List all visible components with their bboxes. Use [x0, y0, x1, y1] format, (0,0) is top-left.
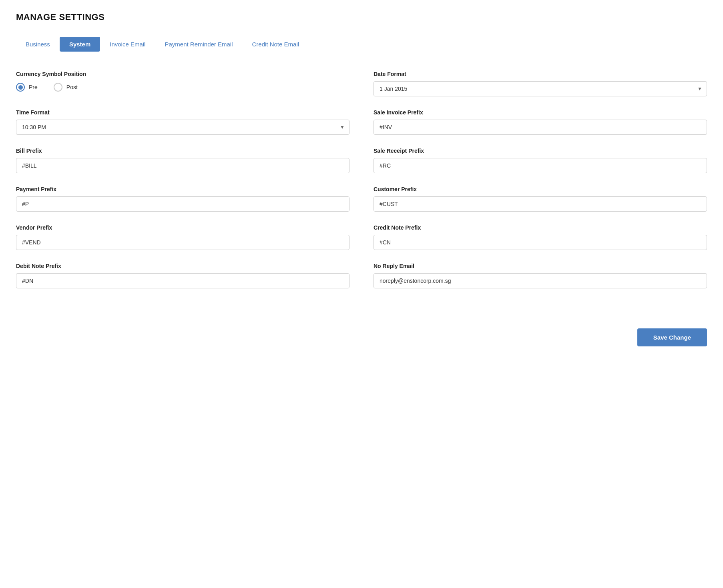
- currency-symbol-position-label: Currency Symbol Position: [16, 71, 349, 77]
- customer-prefix-label: Customer Prefix: [374, 186, 707, 192]
- no-reply-email-input[interactable]: [374, 273, 707, 288]
- page-title: MANAGE SETTINGS: [16, 12, 707, 22]
- vendor-prefix-label: Vendor Prefix: [16, 224, 349, 231]
- radio-pre[interactable]: Pre: [16, 83, 38, 92]
- time-format-select-wrapper: 10:30 PM 22:30 ▼: [16, 120, 349, 135]
- credit-note-prefix-input[interactable]: [374, 235, 707, 250]
- payment-prefix-label: Payment Prefix: [16, 186, 349, 192]
- payment-prefix-input[interactable]: [16, 196, 349, 212]
- vendor-prefix-group: Vendor Prefix: [16, 224, 349, 250]
- radio-pre-label: Pre: [29, 84, 38, 90]
- sale-invoice-prefix-label: Sale Invoice Prefix: [374, 109, 707, 116]
- sale-receipt-prefix-label: Sale Receipt Prefix: [374, 148, 707, 154]
- sale-receipt-prefix-input[interactable]: [374, 158, 707, 173]
- debit-note-prefix-group: Debit Note Prefix: [16, 263, 349, 288]
- sale-invoice-prefix-input[interactable]: [374, 120, 707, 135]
- date-format-select-wrapper: 1 Jan 2015 01/01/2015 2015-01-01 ▼: [374, 81, 707, 96]
- bill-prefix-input[interactable]: [16, 158, 349, 173]
- currency-radio-group: Pre Post: [16, 83, 349, 92]
- date-format-group: Date Format 1 Jan 2015 01/01/2015 2015-0…: [374, 71, 707, 96]
- sale-invoice-prefix-group: Sale Invoice Prefix: [374, 109, 707, 135]
- customer-prefix-input[interactable]: [374, 196, 707, 212]
- footer-bar: Save Change: [16, 320, 707, 346]
- radio-pre-indicator: [16, 83, 25, 92]
- tabs-nav: Business System Invoice Email Payment Re…: [16, 37, 707, 52]
- debit-note-prefix-input[interactable]: [16, 273, 349, 288]
- settings-form: Currency Symbol Position Pre Post Date F…: [16, 71, 707, 288]
- date-format-label: Date Format: [374, 71, 707, 77]
- tab-system[interactable]: System: [60, 37, 100, 52]
- tab-payment-reminder-email[interactable]: Payment Reminder Email: [155, 37, 242, 52]
- debit-note-prefix-label: Debit Note Prefix: [16, 263, 349, 269]
- bill-prefix-label: Bill Prefix: [16, 148, 349, 154]
- time-format-label: Time Format: [16, 109, 349, 116]
- save-change-button[interactable]: Save Change: [637, 328, 707, 346]
- tab-business[interactable]: Business: [16, 37, 60, 52]
- date-format-select[interactable]: 1 Jan 2015 01/01/2015 2015-01-01: [374, 81, 707, 96]
- no-reply-email-group: No Reply Email: [374, 263, 707, 288]
- sale-receipt-prefix-group: Sale Receipt Prefix: [374, 148, 707, 173]
- bill-prefix-group: Bill Prefix: [16, 148, 349, 173]
- tab-invoice-email[interactable]: Invoice Email: [100, 37, 155, 52]
- payment-prefix-group: Payment Prefix: [16, 186, 349, 212]
- tab-credit-note-email[interactable]: Credit Note Email: [243, 37, 309, 52]
- radio-post-label: Post: [66, 84, 78, 90]
- time-format-select[interactable]: 10:30 PM 22:30: [16, 120, 349, 135]
- time-format-group: Time Format 10:30 PM 22:30 ▼: [16, 109, 349, 135]
- vendor-prefix-input[interactable]: [16, 235, 349, 250]
- customer-prefix-group: Customer Prefix: [374, 186, 707, 212]
- radio-post-indicator: [54, 83, 62, 92]
- radio-post[interactable]: Post: [54, 83, 78, 92]
- credit-note-prefix-label: Credit Note Prefix: [374, 224, 707, 231]
- credit-note-prefix-group: Credit Note Prefix: [374, 224, 707, 250]
- no-reply-email-label: No Reply Email: [374, 263, 707, 269]
- currency-symbol-position-group: Currency Symbol Position Pre Post: [16, 71, 349, 96]
